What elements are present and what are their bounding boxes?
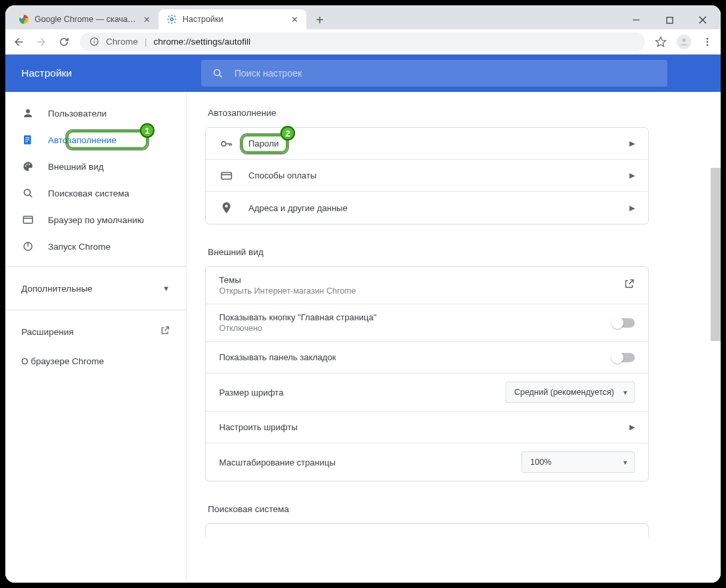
font-size-select[interactable]: Средний (рекомендуется) [506,382,635,403]
chevron-down-icon: ▼ [163,284,170,292]
row-addresses[interactable]: Адреса и другие данные ▶ [206,192,648,224]
svg-line-25 [29,194,32,197]
sidebar: Пользователи Автозаполнение 1 Внешний ви… [5,92,186,583]
key-icon [219,137,234,151]
chevron-right-icon: ▶ [629,171,635,180]
row-label: Показывать панель закладок [219,352,612,362]
address-bar: Chrome | chrome://settings/autofill [5,29,721,55]
close-tab-icon[interactable]: ✕ [143,15,151,25]
section-title-autofill: Автозаполнение [208,108,649,118]
row-label: Темы [219,275,623,285]
sidebar-about-label: О браузере Chrome [21,356,104,366]
svg-rect-26 [23,216,33,224]
autofill-icon [21,133,35,147]
row-themes[interactable]: Темы Открыть Интернет-магазин Chrome [206,267,648,304]
url-field[interactable]: Chrome | chrome://settings/autofill [80,33,645,51]
site-info-icon [89,37,99,47]
sidebar-item-default-browser[interactable]: Браузер по умолчанию [5,206,186,233]
svg-point-30 [222,141,226,146]
tab-1[interactable]: Настройки ✕ [159,9,306,29]
section-title-appearance: Внешний вид [208,247,649,257]
appearance-card: Темы Открыть Интернет-магазин Chrome Пок… [205,266,649,481]
svg-point-6 [171,18,173,21]
chrome-favicon-icon [19,14,29,25]
row-customize-fonts[interactable]: Настроить шрифты ▶ [206,412,648,443]
sidebar-extensions[interactable]: Расширения [5,317,186,346]
sidebar-item-label: Браузер по умолчанию [48,215,144,225]
url-prefix: Chrome [106,37,138,47]
row-label: Способы оплаты [248,170,629,180]
tab-title: Google Chrome — скачать бесп [35,15,137,24]
sidebar-extensions-label: Расширения [21,327,74,337]
sidebar-item-label: Запуск Chrome [48,242,111,252]
zoom-select[interactable]: 100% [522,451,635,473]
reload-button[interactable] [57,35,71,49]
sidebar-item-label: Поисковая система [48,188,129,198]
row-label: Пароли [248,139,629,148]
svg-rect-18 [25,137,29,138]
window-maximize[interactable] [659,12,679,28]
settings-search-input[interactable]: Поиск настроек [201,60,667,87]
row-label: Настроить шрифты [219,422,629,432]
sidebar-item-search-engine[interactable]: Поисковая система [5,180,186,206]
sidebar-about[interactable]: О браузере Chrome [5,346,186,376]
browser-icon [21,213,35,226]
person-icon [21,107,35,120]
search-placeholder: Поиск настроек [234,68,302,79]
palette-icon [21,160,35,173]
svg-rect-20 [25,141,28,142]
svg-point-13 [707,44,709,46]
search-icon [21,186,35,200]
svg-point-24 [24,189,30,195]
page-title: Настройки [21,67,201,79]
row-label: Размер шрифта [219,388,506,398]
svg-line-15 [219,75,222,77]
row-passwords[interactable]: Пароли ▶ 2 [206,128,648,160]
annotation-badge-1: 1 [140,123,155,138]
svg-rect-34 [222,172,232,179]
row-label: Показывать кнопку "Главная страница" [219,312,612,322]
chrome-menu-icon[interactable] [701,35,714,49]
window-close[interactable] [693,12,713,28]
settings-favicon-icon [167,14,177,25]
row-page-zoom: Масштабирование страницы 100% [206,443,648,481]
close-tab-icon[interactable]: ✕ [291,15,298,25]
home-button-toggle[interactable] [612,318,635,328]
sidebar-divider [5,310,186,310]
sidebar-item-label: Внешний вид [48,162,104,172]
svg-point-21 [25,165,27,166]
settings-header: Настройки Поиск настроек [5,55,721,92]
tab-title: Настройки [182,15,284,24]
new-tab-button[interactable]: + [310,11,329,29]
row-payment-methods[interactable]: Способы оплаты ▶ [206,160,648,192]
search-engine-card [205,523,649,537]
row-sublabel: Отключено [219,324,612,333]
row-label: Масштабирование страницы [219,457,522,467]
chevron-right-icon: ▶ [629,423,635,432]
annotation-badge-2: 2 [280,126,295,141]
section-title-search-engine: Поисковая система [208,504,649,514]
row-sublabel: Открыть Интернет-магазин Chrome [219,286,623,296]
sidebar-item-users[interactable]: Пользователи [5,100,186,127]
sidebar-item-startup[interactable]: Запуск Chrome [5,233,186,260]
row-home-button: Показывать кнопку "Главная страница" Отк… [206,304,648,342]
tab-0[interactable]: Google Chrome — скачать бесп ✕ [11,9,159,29]
back-button[interactable] [12,35,25,49]
bookmarks-bar-toggle[interactable] [612,353,635,362]
forward-button[interactable] [35,35,48,49]
chevron-right-icon: ▶ [629,139,635,148]
svg-point-36 [225,204,228,207]
sidebar-item-autofill[interactable]: Автозаполнение 1 [5,127,186,153]
sidebar-item-appearance[interactable]: Внешний вид [5,153,186,180]
svg-point-11 [707,38,709,40]
svg-point-23 [29,164,30,165]
window-minimize[interactable] [626,12,646,28]
sidebar-advanced-toggle[interactable]: Дополнительные ▼ [5,274,186,303]
svg-rect-1 [667,17,673,23]
bookmark-star-icon[interactable] [654,35,667,49]
svg-point-12 [707,41,709,43]
sidebar-item-label: Автозаполнение [48,135,117,145]
profile-avatar[interactable] [677,35,691,49]
row-label: Адреса и другие данные [248,203,629,213]
content-scrollbar[interactable] [711,168,721,341]
